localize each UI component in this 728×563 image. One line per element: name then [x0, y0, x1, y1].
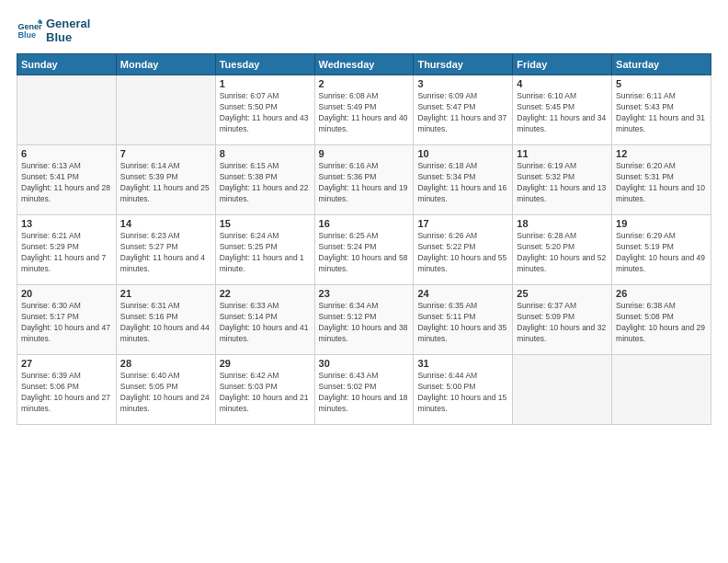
- day-number: 30: [319, 358, 410, 369]
- day-detail: Sunrise: 6:11 AMSunset: 5:43 PMDaylight:…: [616, 91, 707, 135]
- calendar-week-row: 1Sunrise: 6:07 AMSunset: 5:50 PMDaylight…: [17, 75, 711, 145]
- day-number: 1: [220, 78, 311, 89]
- day-number: 10: [417, 148, 508, 159]
- day-detail: Sunrise: 6:20 AMSunset: 5:31 PMDaylight:…: [616, 161, 707, 205]
- logo: General Blue GeneralBlue: [17, 17, 90, 44]
- day-detail: Sunrise: 6:42 AMSunset: 5:03 PMDaylight:…: [220, 371, 311, 415]
- calendar-header-row: SundayMondayTuesdayWednesdayThursdayFrid…: [17, 54, 711, 75]
- day-number: 2: [319, 78, 410, 89]
- calendar-header-cell: Tuesday: [215, 54, 314, 75]
- day-detail: Sunrise: 6:14 AMSunset: 5:39 PMDaylight:…: [120, 161, 211, 205]
- day-detail: Sunrise: 6:18 AMSunset: 5:34 PMDaylight:…: [417, 161, 508, 205]
- day-detail: Sunrise: 6:44 AMSunset: 5:00 PMDaylight:…: [417, 371, 508, 415]
- day-detail: Sunrise: 6:31 AMSunset: 5:16 PMDaylight:…: [120, 301, 211, 345]
- calendar-cell: 2Sunrise: 6:08 AMSunset: 5:49 PMDaylight…: [314, 75, 414, 145]
- calendar-cell: 16Sunrise: 6:25 AMSunset: 5:24 PMDayligh…: [314, 215, 414, 285]
- day-detail: Sunrise: 6:25 AMSunset: 5:24 PMDaylight:…: [319, 231, 410, 275]
- calendar-cell: 14Sunrise: 6:23 AMSunset: 5:27 PMDayligh…: [116, 215, 215, 285]
- day-detail: Sunrise: 6:40 AMSunset: 5:05 PMDaylight:…: [120, 371, 211, 415]
- day-detail: Sunrise: 6:21 AMSunset: 5:29 PMDaylight:…: [21, 231, 112, 275]
- calendar-cell: 8Sunrise: 6:15 AMSunset: 5:38 PMDaylight…: [215, 145, 314, 215]
- day-number: 8: [220, 148, 311, 159]
- calendar-cell: 17Sunrise: 6:26 AMSunset: 5:22 PMDayligh…: [414, 215, 513, 285]
- day-detail: Sunrise: 6:30 AMSunset: 5:17 PMDaylight:…: [21, 301, 112, 345]
- day-detail: Sunrise: 6:15 AMSunset: 5:38 PMDaylight:…: [220, 161, 311, 205]
- calendar-week-row: 27Sunrise: 6:39 AMSunset: 5:06 PMDayligh…: [17, 355, 711, 425]
- day-detail: Sunrise: 6:10 AMSunset: 5:45 PMDaylight:…: [517, 91, 608, 135]
- day-number: 9: [319, 148, 410, 159]
- day-number: 15: [220, 218, 311, 229]
- calendar-cell: 22Sunrise: 6:33 AMSunset: 5:14 PMDayligh…: [215, 285, 314, 355]
- calendar: SundayMondayTuesdayWednesdayThursdayFrid…: [17, 53, 711, 425]
- day-number: 3: [417, 78, 508, 89]
- calendar-cell: 15Sunrise: 6:24 AMSunset: 5:25 PMDayligh…: [215, 215, 314, 285]
- calendar-header-cell: Thursday: [414, 54, 513, 75]
- day-detail: Sunrise: 6:24 AMSunset: 5:25 PMDaylight:…: [220, 231, 311, 275]
- day-number: 7: [120, 148, 211, 159]
- calendar-cell: 9Sunrise: 6:16 AMSunset: 5:36 PMDaylight…: [314, 145, 414, 215]
- calendar-cell: [116, 75, 215, 145]
- logo-text: GeneralBlue: [46, 17, 90, 44]
- day-number: 12: [616, 148, 707, 159]
- calendar-cell: 23Sunrise: 6:34 AMSunset: 5:12 PMDayligh…: [314, 285, 414, 355]
- day-number: 6: [21, 148, 112, 159]
- day-detail: Sunrise: 6:26 AMSunset: 5:22 PMDaylight:…: [417, 231, 508, 275]
- svg-text:General: General: [17, 22, 42, 31]
- calendar-cell: 26Sunrise: 6:38 AMSunset: 5:08 PMDayligh…: [612, 285, 711, 355]
- calendar-week-row: 6Sunrise: 6:13 AMSunset: 5:41 PMDaylight…: [17, 145, 711, 215]
- day-detail: Sunrise: 6:08 AMSunset: 5:49 PMDaylight:…: [319, 91, 410, 135]
- day-number: 25: [517, 288, 608, 299]
- calendar-header-cell: Monday: [116, 54, 215, 75]
- calendar-week-row: 20Sunrise: 6:30 AMSunset: 5:17 PMDayligh…: [17, 285, 711, 355]
- calendar-cell: 28Sunrise: 6:40 AMSunset: 5:05 PMDayligh…: [116, 355, 215, 425]
- day-detail: Sunrise: 6:23 AMSunset: 5:27 PMDaylight:…: [120, 231, 211, 275]
- day-detail: Sunrise: 6:09 AMSunset: 5:47 PMDaylight:…: [417, 91, 508, 135]
- calendar-cell: 25Sunrise: 6:37 AMSunset: 5:09 PMDayligh…: [513, 285, 612, 355]
- header: General Blue GeneralBlue: [17, 17, 711, 44]
- calendar-cell: 13Sunrise: 6:21 AMSunset: 5:29 PMDayligh…: [17, 215, 117, 285]
- calendar-cell: 21Sunrise: 6:31 AMSunset: 5:16 PMDayligh…: [116, 285, 215, 355]
- day-number: 26: [616, 288, 707, 299]
- day-number: 16: [319, 218, 410, 229]
- day-number: 5: [616, 78, 707, 89]
- day-number: 29: [220, 358, 311, 369]
- day-number: 4: [517, 78, 608, 89]
- day-number: 17: [417, 218, 508, 229]
- page-container: General Blue GeneralBlue SundayMondayTue…: [0, 0, 728, 563]
- day-number: 18: [517, 218, 608, 229]
- day-number: 23: [319, 288, 410, 299]
- calendar-week-row: 13Sunrise: 6:21 AMSunset: 5:29 PMDayligh…: [17, 215, 711, 285]
- day-number: 21: [120, 288, 211, 299]
- day-detail: Sunrise: 6:28 AMSunset: 5:20 PMDaylight:…: [517, 231, 608, 275]
- day-number: 31: [417, 358, 508, 369]
- day-detail: Sunrise: 6:19 AMSunset: 5:32 PMDaylight:…: [517, 161, 608, 205]
- day-number: 22: [220, 288, 311, 299]
- calendar-cell: 19Sunrise: 6:29 AMSunset: 5:19 PMDayligh…: [612, 215, 711, 285]
- calendar-cell: 24Sunrise: 6:35 AMSunset: 5:11 PMDayligh…: [414, 285, 513, 355]
- calendar-cell: 29Sunrise: 6:42 AMSunset: 5:03 PMDayligh…: [215, 355, 314, 425]
- day-detail: Sunrise: 6:39 AMSunset: 5:06 PMDaylight:…: [21, 371, 112, 415]
- calendar-cell: 31Sunrise: 6:44 AMSunset: 5:00 PMDayligh…: [414, 355, 513, 425]
- day-detail: Sunrise: 6:38 AMSunset: 5:08 PMDaylight:…: [616, 301, 707, 345]
- calendar-header-cell: Sunday: [17, 54, 117, 75]
- day-detail: Sunrise: 6:29 AMSunset: 5:19 PMDaylight:…: [616, 231, 707, 275]
- day-number: 24: [417, 288, 508, 299]
- day-detail: Sunrise: 6:37 AMSunset: 5:09 PMDaylight:…: [517, 301, 608, 345]
- calendar-cell: [612, 355, 711, 425]
- day-detail: Sunrise: 6:43 AMSunset: 5:02 PMDaylight:…: [319, 371, 410, 415]
- calendar-cell: 1Sunrise: 6:07 AMSunset: 5:50 PMDaylight…: [215, 75, 314, 145]
- day-number: 27: [21, 358, 112, 369]
- day-detail: Sunrise: 6:16 AMSunset: 5:36 PMDaylight:…: [319, 161, 410, 205]
- calendar-cell: 4Sunrise: 6:10 AMSunset: 5:45 PMDaylight…: [513, 75, 612, 145]
- calendar-cell: 7Sunrise: 6:14 AMSunset: 5:39 PMDaylight…: [116, 145, 215, 215]
- calendar-header-cell: Wednesday: [314, 54, 414, 75]
- calendar-cell: 18Sunrise: 6:28 AMSunset: 5:20 PMDayligh…: [513, 215, 612, 285]
- day-number: 19: [616, 218, 707, 229]
- calendar-cell: [513, 355, 612, 425]
- day-detail: Sunrise: 6:34 AMSunset: 5:12 PMDaylight:…: [319, 301, 410, 345]
- day-detail: Sunrise: 6:07 AMSunset: 5:50 PMDaylight:…: [220, 91, 311, 135]
- calendar-cell: 27Sunrise: 6:39 AMSunset: 5:06 PMDayligh…: [17, 355, 117, 425]
- calendar-cell: [17, 75, 117, 145]
- logo-icon: General Blue: [17, 17, 42, 43]
- day-number: 20: [21, 288, 112, 299]
